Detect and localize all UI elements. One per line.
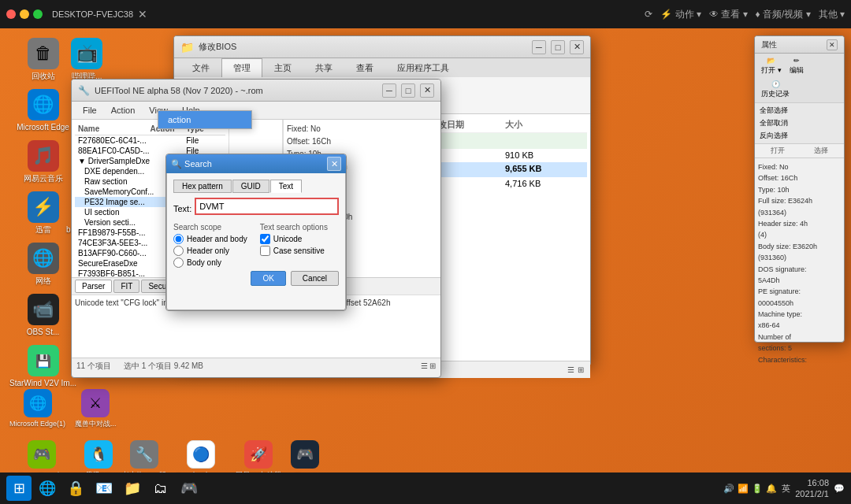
view-grid-icon[interactable]: ⊞ (578, 365, 584, 374)
tab-fit[interactable]: FIT (113, 280, 139, 293)
tree-col-name: Name (78, 124, 151, 133)
ok-button[interactable]: OK (251, 271, 285, 286)
search-dialog: 🔍 Search ✕ Hex pattern GUID Text Text: S… (165, 154, 347, 311)
tab-parser[interactable]: Parser (75, 280, 112, 293)
select-all-btn[interactable]: 全部选择 (758, 105, 841, 117)
taskbar-email-icon[interactable]: 📧 (91, 476, 117, 501)
file-manager-tabs: 文件 管理 主页 共享 查看 应用程序工具 (174, 58, 590, 77)
search-dialog-close[interactable]: ✕ (327, 157, 341, 171)
cancel-all-btn[interactable]: 全部取消 (758, 117, 841, 129)
desktop-icon-edge2[interactable]: 🌐 Microsoft Edge(1) (6, 386, 69, 432)
tray-icon-1[interactable]: 🔊 (723, 484, 734, 494)
search-dialog-body: Hex pattern GUID Text Text: Search scope… (166, 173, 346, 310)
status-selected: 选中 1 个项目 9.42 MB (124, 361, 203, 372)
desktop-icon-starwind[interactable]: 💾 StarWind V2V Im... (6, 342, 80, 391)
view-grid-btn[interactable]: ⊞ (429, 361, 436, 370)
tab-guid[interactable]: GUID (232, 180, 269, 193)
start-button[interactable]: ⊞ (6, 476, 32, 501)
tab-app-tools[interactable]: 应用程序工具 (385, 58, 461, 77)
scope-radio-group: Header and body Header only Body only (173, 234, 247, 268)
uefitool-close[interactable]: ✕ (420, 83, 434, 98)
taskbar-file-manager-icon[interactable]: 🗂 (148, 476, 173, 501)
tab-manage[interactable]: 管理 (221, 58, 262, 77)
file-manager-close[interactable]: ✕ (570, 40, 584, 54)
uefitool-statusbar: 11 个项目 选中 1 个项目 9.42 MB ☰ ⊞ (72, 358, 440, 373)
scope-header-only[interactable]: Header only (173, 246, 247, 256)
scope-body-only[interactable]: Body only (173, 258, 247, 268)
tab-share[interactable]: 共享 (303, 58, 344, 77)
tab-view[interactable]: 查看 (344, 58, 385, 77)
uefitool-title: UEFITool NE alpha 58 (Nov 7 2020) - ~.ro… (95, 86, 377, 95)
language-indicator[interactable]: 英 (782, 483, 790, 495)
search-tabs: Hex pattern GUID Text (173, 180, 339, 193)
open-label: 打开 (771, 146, 785, 156)
tab-home[interactable]: 主页 (262, 58, 303, 77)
taskbar-folder-icon[interactable]: 📁 (120, 476, 145, 501)
maximize-window-button[interactable] (33, 9, 43, 19)
scope-header-body[interactable]: Header and body (173, 234, 247, 244)
select-label: 选择 (814, 146, 828, 156)
notification-icon[interactable]: 💬 (834, 484, 845, 494)
taskbar-close-icon[interactable]: ✕ (138, 8, 147, 20)
search-text-input[interactable] (195, 198, 339, 215)
date-display: 2021/2/1 (795, 488, 829, 499)
check-unicode[interactable]: Unicode (260, 234, 328, 244)
traffic-lights (6, 9, 43, 19)
uefitool-maximize[interactable]: □ (401, 83, 415, 98)
audio-video-button[interactable]: ♦ 音频/视频 ▾ (756, 8, 811, 21)
refresh-icon[interactable]: ⟳ (645, 9, 652, 20)
search-input-row: Text: (173, 198, 339, 220)
taskbar-edge-icon[interactable]: 🌐 (35, 476, 60, 501)
tray-icon-4[interactable]: 🔔 (766, 484, 777, 494)
menu-action[interactable]: Action (105, 103, 142, 117)
close-window-button[interactable] (6, 9, 16, 19)
search-dialog-titlebar: 🔍 Search ✕ (166, 154, 346, 173)
uefitool-menubar: File Action View Help (72, 102, 440, 120)
action-menu-button[interactable]: ⚡ 动作 ▾ (660, 8, 701, 21)
desktop-icon-bilibili[interactable]: 📺 哔哩哔... (63, 35, 111, 84)
desktop-icons-bottom: 🌐 Microsoft Edge(1) ⚔ 魔兽中对战... (6, 386, 120, 432)
tab-file[interactable]: 文件 (180, 58, 221, 77)
taskbar-bottom: ⊞ 🌐 🔒 📧 📁 🗂 🎮 🔊 📶 🔋 🔔 英 16:08 2021/2/1 💬 (0, 472, 851, 504)
file-manager-title: 修改BIOS (199, 41, 527, 53)
props-close[interactable]: ✕ (827, 39, 838, 50)
taskbar-hostname: DESKTOP-FVEJC38 (52, 9, 133, 19)
search-dialog-title: 🔍 Search (171, 159, 324, 169)
open-select-labels: 打开 选择 (755, 144, 844, 158)
props-title: 属性 (761, 39, 822, 50)
props-titlebar: 属性 ✕ (755, 36, 844, 54)
status-items: 11 个项目 (76, 361, 111, 372)
scope-title: Search scope (173, 223, 247, 232)
tree-row-1[interactable]: F27680EC-6C41-...File (75, 135, 225, 146)
view-list-icon[interactable]: ☰ (567, 365, 574, 374)
desktop-icon-obs[interactable]: 📹 OBS St... (6, 291, 80, 340)
tray-icon-2[interactable]: 📶 (738, 484, 749, 494)
action-menu-item-action[interactable]: action (158, 111, 251, 128)
file-manager-titlebar: 📁 修改BIOS ─ □ ✕ (174, 36, 590, 58)
clock: 16:08 2021/2/1 (795, 477, 829, 500)
desktop: DESKTOP-FVEJC38 ✕ ⟳ ⚡ 动作 ▾ 👁 查看 ▾ ♦ 音频/视… (0, 0, 851, 504)
taskbar-game-icon[interactable]: 🎮 (177, 476, 202, 501)
other-button[interactable]: 其他 ▾ (819, 8, 845, 21)
open-btn[interactable]: 📂打开 ▾ (758, 55, 785, 77)
check-case-sensitive[interactable]: Case sensitive (260, 246, 328, 256)
taskbar-top: DESKTOP-FVEJC38 ✕ ⟳ ⚡ 动作 ▾ 👁 查看 ▾ ♦ 音频/视… (0, 0, 851, 28)
menu-file[interactable]: File (76, 103, 103, 117)
action-dropdown-menu: action (158, 110, 252, 129)
desktop-icon-warcraft[interactable]: ⚔ 魔兽中对战... (72, 386, 120, 432)
file-manager-maximize[interactable]: □ (551, 40, 565, 54)
tab-text[interactable]: Text (270, 180, 302, 193)
tab-hex-pattern[interactable]: Hex pattern (173, 180, 232, 193)
edit-btn[interactable]: ✏编辑 (786, 55, 807, 77)
system-tray-icons: 🔊 📶 🔋 🔔 (723, 484, 777, 494)
tray-icon-3[interactable]: 🔋 (752, 484, 763, 494)
reverse-select-btn[interactable]: 反向选择 (758, 130, 841, 142)
uefitool-minimize[interactable]: ─ (382, 83, 396, 98)
cancel-button[interactable]: Cancel (291, 271, 339, 286)
taskbar-lock-icon[interactable]: 🔒 (63, 476, 88, 501)
file-manager-minimize[interactable]: ─ (532, 40, 546, 54)
minimize-window-button[interactable] (20, 9, 29, 19)
history-btn[interactable]: 🕐历史记录 (758, 79, 793, 101)
view-list-btn[interactable]: ☰ (421, 361, 428, 370)
view-button[interactable]: 👁 查看 ▾ (709, 8, 748, 21)
